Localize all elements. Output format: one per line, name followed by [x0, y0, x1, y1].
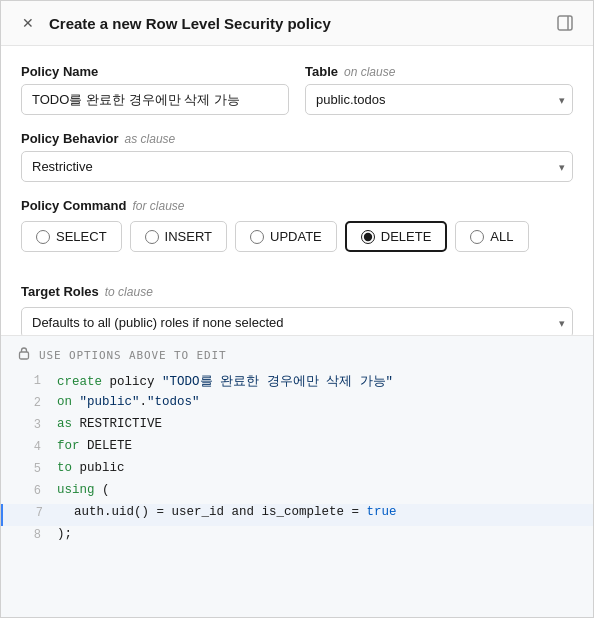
line-num-3: 3 [17, 417, 41, 432]
policy-behavior-label-row: Policy Behavior as clause [21, 131, 573, 146]
code-hint-text: USE OPTIONS ABOVE TO EDIT [39, 349, 227, 362]
line-content-5: to public [57, 461, 577, 475]
command-delete-btn[interactable]: DELETE [345, 221, 448, 252]
policy-behavior-group: Policy Behavior as clause Restrictive Pe… [21, 131, 573, 182]
policy-command-radio-group: SELECT INSERT UPDATE DELETE ALL [21, 221, 573, 252]
modal-body: Policy Name Table on clause public.todos… [1, 46, 593, 335]
policy-name-group: Policy Name [21, 64, 289, 115]
code-line-8: 8 ); [1, 526, 593, 548]
policy-behavior-select[interactable]: Restrictive Permissive [21, 151, 573, 182]
line-num-6: 6 [17, 483, 41, 498]
svg-rect-2 [20, 352, 29, 359]
command-update-label: UPDATE [270, 229, 322, 244]
code-line-6: 6 using ( [1, 482, 593, 504]
command-update-btn[interactable]: UPDATE [235, 221, 337, 252]
command-select-label: SELECT [56, 229, 107, 244]
close-button[interactable]: ✕ [17, 12, 39, 34]
command-update-radio[interactable] [250, 230, 264, 244]
svg-rect-0 [558, 16, 572, 30]
command-insert-radio[interactable] [145, 230, 159, 244]
table-sub-label: on clause [344, 65, 395, 79]
target-roles-select[interactable]: Defaults to all (public) roles if none s… [21, 307, 573, 335]
policy-behavior-label: Policy Behavior [21, 131, 119, 146]
code-line-5: 5 to public [1, 460, 593, 482]
policy-name-label: Policy Name [21, 64, 98, 79]
lock-icon [17, 346, 31, 364]
line-content-3: as RESTRICTIVE [57, 417, 577, 431]
line-content-4: for DELETE [57, 439, 577, 453]
line-content-7: auth.uid() = user_id and is_complete = t… [59, 505, 577, 519]
table-group: Table on clause public.todos ▾ [305, 64, 573, 115]
code-lines: 1 create policy "TODO를 완료한 경우에만 삭제 가능" 2… [1, 372, 593, 548]
line-num-2: 2 [17, 395, 41, 410]
table-select[interactable]: public.todos [305, 84, 573, 115]
line-num-5: 5 [17, 461, 41, 476]
close-icon: ✕ [22, 15, 34, 31]
policy-name-label-row: Policy Name [21, 64, 289, 79]
command-insert-btn[interactable]: INSERT [130, 221, 227, 252]
line-content-8: ); [57, 527, 577, 541]
modal-header: ✕ Create a new Row Level Security policy [1, 1, 593, 46]
target-roles-label-row: Target Roles to clause [21, 284, 573, 299]
sidebar-toggle-icon [556, 14, 574, 32]
line-content-2: on "public"."todos" [57, 395, 577, 409]
target-roles-select-wrapper: Defaults to all (public) roles if none s… [21, 307, 573, 335]
modal-title: Create a new Row Level Security policy [49, 15, 543, 32]
code-line-4: 4 for DELETE [1, 438, 593, 460]
command-delete-radio[interactable] [361, 230, 375, 244]
code-line-7: 7 auth.uid() = user_id and is_complete =… [1, 504, 593, 526]
code-section: USE OPTIONS ABOVE TO EDIT 1 create polic… [1, 335, 593, 617]
form-row-policy-table: Policy Name Table on clause public.todos… [21, 64, 573, 115]
code-line-2: 2 on "public"."todos" [1, 394, 593, 416]
command-select-btn[interactable]: SELECT [21, 221, 122, 252]
code-line-1: 1 create policy "TODO를 완료한 경우에만 삭제 가능" [1, 372, 593, 394]
policy-command-label-row: Policy Command for clause [21, 198, 573, 213]
line-num-4: 4 [17, 439, 41, 454]
policy-command-sub-label: for clause [132, 199, 184, 213]
modal-container: ✕ Create a new Row Level Security policy… [0, 0, 594, 618]
table-select-wrapper: public.todos ▾ [305, 84, 573, 115]
table-label: Table [305, 64, 338, 79]
line-content-1: create policy "TODO를 완료한 경우에만 삭제 가능" [57, 373, 577, 390]
command-select-radio[interactable] [36, 230, 50, 244]
command-delete-label: DELETE [381, 229, 432, 244]
line-num-7: 7 [19, 505, 43, 520]
target-roles-label: Target Roles [21, 284, 99, 299]
target-roles-section: Target Roles to clause Defaults to all (… [21, 284, 573, 335]
policy-command-label: Policy Command [21, 198, 126, 213]
command-all-btn[interactable]: ALL [455, 221, 528, 252]
line-num-8: 8 [17, 527, 41, 542]
policy-behavior-select-wrapper: Restrictive Permissive ▾ [21, 151, 573, 182]
command-all-label: ALL [490, 229, 513, 244]
sidebar-toggle-button[interactable] [553, 11, 577, 35]
table-label-row: Table on clause [305, 64, 573, 79]
line-num-1: 1 [17, 373, 41, 388]
command-all-radio[interactable] [470, 230, 484, 244]
policy-name-input[interactable] [21, 84, 289, 115]
command-insert-label: INSERT [165, 229, 212, 244]
code-line-3: 3 as RESTRICTIVE [1, 416, 593, 438]
policy-behavior-sub-label: as clause [125, 132, 176, 146]
target-roles-sub-label: to clause [105, 285, 153, 299]
code-section-header: USE OPTIONS ABOVE TO EDIT [1, 346, 593, 372]
line-content-6: using ( [57, 483, 577, 497]
policy-command-section: Policy Command for clause SELECT INSERT … [21, 198, 573, 268]
